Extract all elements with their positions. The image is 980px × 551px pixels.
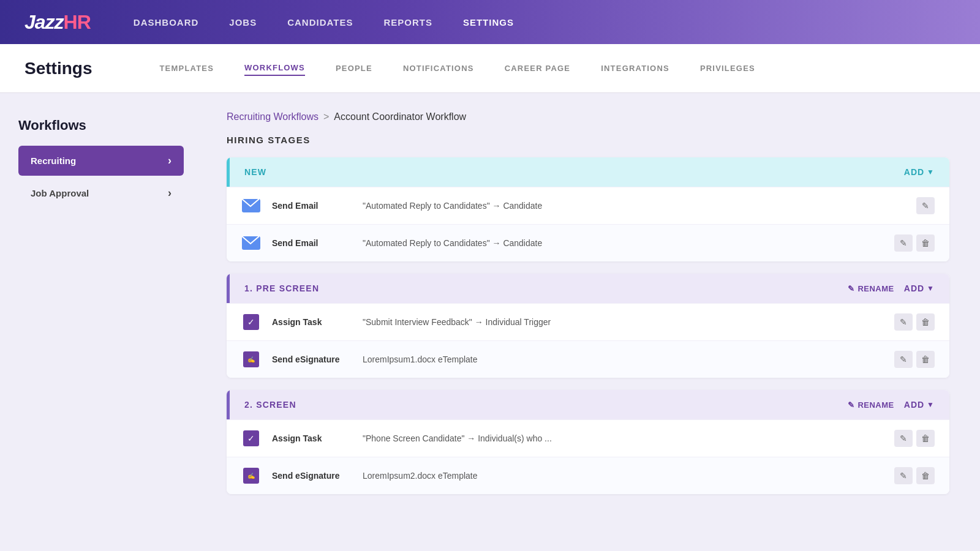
subnav-notifications[interactable]: NOTIFICATIONS [403, 61, 474, 75]
table-row: ✓ Assign Task "Submit Interview Feedback… [227, 303, 949, 340]
row-buttons-6: ✎ 🗑 [894, 467, 935, 484]
main-content: Workflows Recruiting › Job Approval › Re… [0, 93, 980, 551]
subnav-privileges[interactable]: PRIVILEGES [700, 61, 755, 75]
pencil-icon-2: ✎ [848, 400, 855, 410]
row-buttons-2: ✎ 🗑 [894, 234, 935, 252]
task-icon-2: ✓ [241, 429, 261, 448]
delete-button-3[interactable]: 🗑 [916, 313, 935, 331]
sidebar: Workflows Recruiting › Job Approval › [0, 93, 202, 551]
stage-new-header: NEW ADD ▼ [227, 157, 949, 187]
edit-button-1[interactable]: ✎ [916, 197, 935, 214]
nav-candidates[interactable]: CANDIDATES [287, 17, 353, 28]
email-icon-2 [241, 233, 261, 253]
nav-jobs[interactable]: JOBS [229, 17, 257, 28]
chevron-right-icon: › [168, 154, 172, 167]
add-label-2: ADD [904, 283, 924, 293]
edit-button-2[interactable]: ✎ [894, 234, 913, 252]
row-action-assign-task-1: Assign Task [272, 317, 352, 327]
chevron-right-icon-2: › [168, 187, 172, 200]
stage-pre-screen: 1. PRE SCREEN ✎ RENAME ADD ▼ ✓ [227, 274, 949, 378]
row-action-send-email-2: Send Email [272, 238, 352, 248]
row-action-esig-1: Send eSignature [272, 354, 352, 364]
table-row: ✓ Assign Task "Phone Screen Candidate" →… [227, 419, 949, 457]
subnav-templates[interactable]: TEMPLATES [159, 61, 214, 75]
pre-screen-rename-button[interactable]: ✎ RENAME [848, 284, 894, 293]
page-title: Settings [24, 59, 92, 78]
row-action-send-email-1: Send Email [272, 201, 352, 211]
stage-new: NEW ADD ▼ S [227, 157, 949, 261]
section-heading: HIRING STAGES [227, 135, 949, 145]
pencil-icon: ✎ [848, 284, 855, 293]
content-area: Recruiting Workflows > Account Coordinat… [202, 93, 980, 551]
nav-reports[interactable]: REPORTS [383, 17, 432, 28]
stage-new-actions: ADD ▼ [904, 167, 935, 177]
subnav-career-page[interactable]: CAREER PAGE [505, 61, 571, 75]
row-action-esig-2: Send eSignature [272, 471, 352, 481]
table-row: Send Email "Automated Reply to Candidate… [227, 224, 949, 261]
subnav-people[interactable]: PEOPLE [336, 61, 372, 75]
row-action-assign-task-2: Assign Task [272, 433, 352, 443]
sub-nav: Settings TEMPLATES WORKFLOWS PEOPLE NOTI… [0, 44, 980, 93]
sidebar-item-recruiting[interactable]: Recruiting › [18, 146, 184, 176]
delete-button-2[interactable]: 🗑 [916, 234, 935, 252]
nav-settings[interactable]: SETTINGS [463, 17, 514, 28]
stage-new-add-button[interactable]: ADD ▼ [904, 167, 935, 177]
stage-screen-actions: ✎ RENAME ADD ▼ [848, 400, 935, 410]
row-buttons-1: ✎ [916, 197, 935, 214]
edit-button-5[interactable]: ✎ [894, 430, 913, 447]
row-buttons-3: ✎ 🗑 [894, 313, 935, 331]
add-label-3: ADD [904, 400, 924, 410]
breadcrumb-separator: > [323, 111, 329, 122]
add-label: ADD [904, 167, 924, 177]
stage-screen-name: 2. SCREEN [244, 400, 296, 410]
sidebar-item-job-approval[interactable]: Job Approval › [18, 178, 184, 208]
edit-button-4[interactable]: ✎ [894, 351, 913, 368]
row-desc-5: "Phone Screen Candidate" → Individual(s)… [363, 433, 883, 443]
row-desc-6: LoremIpsum2.docx eTemplate [363, 471, 883, 481]
row-desc-3: "Submit Interview Feedback" → Individual… [363, 317, 883, 327]
pre-screen-add-button[interactable]: ADD ▼ [904, 283, 935, 293]
esig-icon: ✍ [241, 350, 261, 369]
subnav-integrations[interactable]: INTEGRATIONS [601, 61, 669, 75]
stage-screen-header: 2. SCREEN ✎ RENAME ADD ▼ [227, 390, 949, 419]
email-icon [241, 196, 261, 216]
top-nav: JazzHR DASHBOARD JOBS CANDIDATES REPORTS… [0, 0, 980, 44]
table-row: Send Email "Automated Reply to Candidate… [227, 187, 949, 224]
task-icon: ✓ [241, 312, 261, 332]
stage-new-name: NEW [244, 167, 266, 177]
dropdown-arrow-icon-2: ▼ [927, 284, 935, 293]
subnav-workflows[interactable]: WORKFLOWS [244, 61, 305, 76]
row-desc-2: "Automated Reply to Candidates" → Candid… [363, 238, 883, 248]
stage-pre-screen-header: 1. PRE SCREEN ✎ RENAME ADD ▼ [227, 274, 949, 303]
stage-pre-screen-name: 1. PRE SCREEN [244, 283, 319, 293]
dropdown-arrow-icon: ▼ [927, 168, 935, 176]
delete-button-6[interactable]: 🗑 [916, 467, 935, 484]
table-row: ✍ Send eSignature LoremIpsum2.docx eTemp… [227, 457, 949, 494]
row-desc-1: "Automated Reply to Candidates" → Candid… [363, 201, 905, 211]
delete-button-4[interactable]: 🗑 [916, 351, 935, 368]
edit-button-3[interactable]: ✎ [894, 313, 913, 331]
sidebar-item-job-approval-label: Job Approval [31, 188, 89, 198]
breadcrumb: Recruiting Workflows > Account Coordinat… [227, 111, 949, 122]
sidebar-title: Workflows [18, 118, 184, 133]
screen-rename-button[interactable]: ✎ RENAME [848, 400, 894, 410]
nav-dashboard[interactable]: DASHBOARD [134, 17, 199, 28]
stage-screen: 2. SCREEN ✎ RENAME ADD ▼ ✓ [227, 390, 949, 494]
edit-button-6[interactable]: ✎ [894, 467, 913, 484]
row-desc-4: LoremIpsum1.docx eTemplate [363, 354, 883, 364]
breadcrumb-link[interactable]: Recruiting Workflows [227, 111, 318, 122]
esig-icon-2: ✍ [241, 466, 261, 485]
dropdown-arrow-icon-3: ▼ [927, 400, 935, 409]
sidebar-item-recruiting-label: Recruiting [31, 156, 76, 166]
delete-button-5[interactable]: 🗑 [916, 430, 935, 447]
row-buttons-5: ✎ 🗑 [894, 430, 935, 447]
stage-pre-screen-actions: ✎ RENAME ADD ▼ [848, 283, 935, 293]
logo[interactable]: JazzHR [24, 11, 91, 34]
table-row: ✍ Send eSignature LoremIpsum1.docx eTemp… [227, 340, 949, 378]
breadcrumb-current: Account Coordinator Workflow [334, 111, 466, 122]
screen-add-button[interactable]: ADD ▼ [904, 400, 935, 410]
row-buttons-4: ✎ 🗑 [894, 351, 935, 368]
